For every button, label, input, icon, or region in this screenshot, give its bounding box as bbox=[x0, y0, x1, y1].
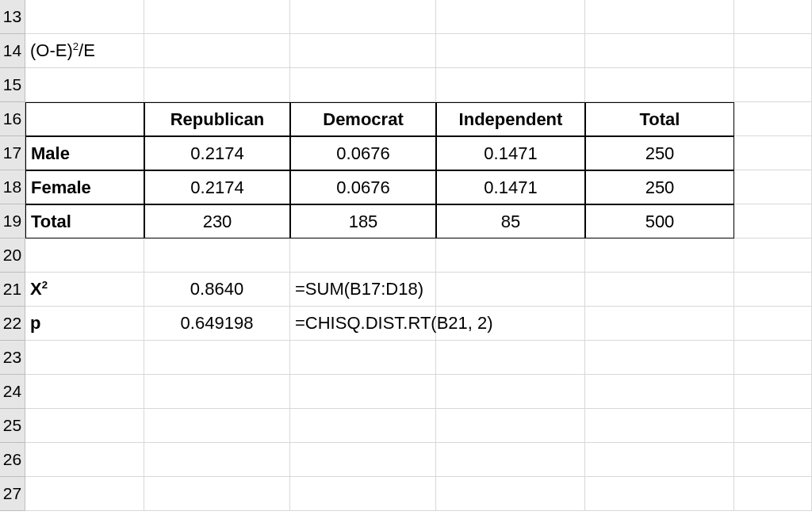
cell-F22[interactable] bbox=[585, 307, 734, 341]
cell-G26[interactable] bbox=[734, 443, 812, 477]
cell-D20[interactable] bbox=[290, 238, 436, 273]
cell-B27[interactable] bbox=[25, 477, 144, 511]
cell-D17[interactable]: 0.0676 bbox=[290, 136, 436, 170]
cell-B13[interactable] bbox=[25, 0, 144, 34]
cell-G15[interactable] bbox=[734, 68, 812, 102]
col-header-independent[interactable]: Independent bbox=[436, 102, 585, 136]
cell-G16[interactable] bbox=[734, 102, 812, 136]
cell-D24[interactable] bbox=[290, 375, 436, 409]
row-header[interactable]: 16 bbox=[0, 102, 25, 136]
cell-C26[interactable] bbox=[144, 443, 290, 477]
cell-D18[interactable]: 0.0676 bbox=[290, 170, 436, 204]
row-header[interactable]: 25 bbox=[0, 409, 25, 443]
cell-C17[interactable]: 0.2174 bbox=[144, 136, 290, 170]
cell-G24[interactable] bbox=[734, 375, 812, 409]
cell-E14[interactable] bbox=[436, 34, 585, 68]
cell-E15[interactable] bbox=[436, 68, 585, 102]
cell-F17[interactable]: 250 bbox=[585, 136, 734, 170]
cell-G22[interactable] bbox=[734, 307, 812, 341]
cell-F19[interactable]: 500 bbox=[585, 204, 734, 238]
cell-C25[interactable] bbox=[144, 409, 290, 443]
cell-E24[interactable] bbox=[436, 375, 585, 409]
cell-G19[interactable] bbox=[734, 204, 812, 238]
cell-E26[interactable] bbox=[436, 443, 585, 477]
cell-E13[interactable] bbox=[436, 0, 585, 34]
cell-B15[interactable] bbox=[25, 68, 144, 102]
cell-G27[interactable] bbox=[734, 477, 812, 511]
chi-square-value[interactable]: 0.8640 bbox=[144, 273, 290, 307]
cell-E27[interactable] bbox=[436, 477, 585, 511]
cell-E17[interactable]: 0.1471 bbox=[436, 136, 585, 170]
row-header[interactable]: 26 bbox=[0, 443, 25, 477]
col-header-republican[interactable]: Republican bbox=[144, 102, 290, 136]
row-label-male[interactable]: Male bbox=[25, 136, 144, 170]
cell-G23[interactable] bbox=[734, 341, 812, 375]
cell-C23[interactable] bbox=[144, 341, 290, 375]
row-header[interactable]: 17 bbox=[0, 136, 25, 170]
cell-F23[interactable] bbox=[585, 341, 734, 375]
cell-D15[interactable] bbox=[290, 68, 436, 102]
cell-B20[interactable] bbox=[25, 238, 144, 273]
cell-G20[interactable] bbox=[734, 238, 812, 273]
cell-C27[interactable] bbox=[144, 477, 290, 511]
row-label-total[interactable]: Total bbox=[25, 204, 144, 238]
row-header[interactable]: 22 bbox=[0, 307, 25, 341]
cell-E19[interactable]: 85 bbox=[436, 204, 585, 238]
cell-G14[interactable] bbox=[734, 34, 812, 68]
cell-C18[interactable]: 0.2174 bbox=[144, 170, 290, 204]
cell-G17[interactable] bbox=[734, 136, 812, 170]
row-header[interactable]: 24 bbox=[0, 375, 25, 409]
cell-E23[interactable] bbox=[436, 341, 585, 375]
cell-B23[interactable] bbox=[25, 341, 144, 375]
row-header[interactable]: 27 bbox=[0, 477, 25, 511]
p-value[interactable]: 0.649198 bbox=[144, 307, 290, 341]
cell-D19[interactable]: 185 bbox=[290, 204, 436, 238]
cell-C20[interactable] bbox=[144, 238, 290, 273]
cell-C15[interactable] bbox=[144, 68, 290, 102]
cell-F26[interactable] bbox=[585, 443, 734, 477]
row-header[interactable]: 13 bbox=[0, 0, 25, 34]
cell-F20[interactable] bbox=[585, 238, 734, 273]
cell-B14[interactable]: (O-E)2/E bbox=[25, 34, 144, 68]
col-header-democrat[interactable]: Democrat bbox=[290, 102, 436, 136]
p-label[interactable]: p bbox=[25, 307, 144, 341]
cell-G25[interactable] bbox=[734, 409, 812, 443]
row-header[interactable]: 15 bbox=[0, 68, 25, 102]
cell-F13[interactable] bbox=[585, 0, 734, 34]
cell-F15[interactable] bbox=[585, 68, 734, 102]
cell-D26[interactable] bbox=[290, 443, 436, 477]
cell-C19[interactable]: 230 bbox=[144, 204, 290, 238]
cell-D23[interactable] bbox=[290, 341, 436, 375]
cell-D14[interactable] bbox=[290, 34, 436, 68]
row-header[interactable]: 21 bbox=[0, 273, 25, 307]
cell-B26[interactable] bbox=[25, 443, 144, 477]
cell-C24[interactable] bbox=[144, 375, 290, 409]
cell-E25[interactable] bbox=[436, 409, 585, 443]
cell-B16[interactable] bbox=[25, 102, 144, 136]
cell-F27[interactable] bbox=[585, 477, 734, 511]
cell-G13[interactable] bbox=[734, 0, 812, 34]
cell-F21[interactable] bbox=[585, 273, 734, 307]
row-header[interactable]: 19 bbox=[0, 204, 25, 238]
cell-G18[interactable] bbox=[734, 170, 812, 204]
cell-C14[interactable] bbox=[144, 34, 290, 68]
cell-D27[interactable] bbox=[290, 477, 436, 511]
row-header[interactable]: 18 bbox=[0, 170, 25, 204]
cell-D13[interactable] bbox=[290, 0, 436, 34]
p-formula[interactable]: =CHISQ.DIST.RT(B21, 2) bbox=[290, 307, 436, 341]
cell-B24[interactable] bbox=[25, 375, 144, 409]
cell-F18[interactable]: 250 bbox=[585, 170, 734, 204]
cell-E20[interactable] bbox=[436, 238, 585, 273]
cell-F14[interactable] bbox=[585, 34, 734, 68]
cell-E18[interactable]: 0.1471 bbox=[436, 170, 585, 204]
row-header[interactable]: 20 bbox=[0, 238, 25, 273]
cell-B25[interactable] bbox=[25, 409, 144, 443]
chi-square-formula[interactable]: =SUM(B17:D18) bbox=[290, 273, 436, 307]
row-label-female[interactable]: Female bbox=[25, 170, 144, 204]
chi-square-label[interactable]: X2 bbox=[25, 273, 144, 307]
row-header[interactable]: 14 bbox=[0, 34, 25, 68]
cell-E21[interactable] bbox=[436, 273, 585, 307]
cell-F24[interactable] bbox=[585, 375, 734, 409]
cell-D25[interactable] bbox=[290, 409, 436, 443]
col-header-total[interactable]: Total bbox=[585, 102, 734, 136]
